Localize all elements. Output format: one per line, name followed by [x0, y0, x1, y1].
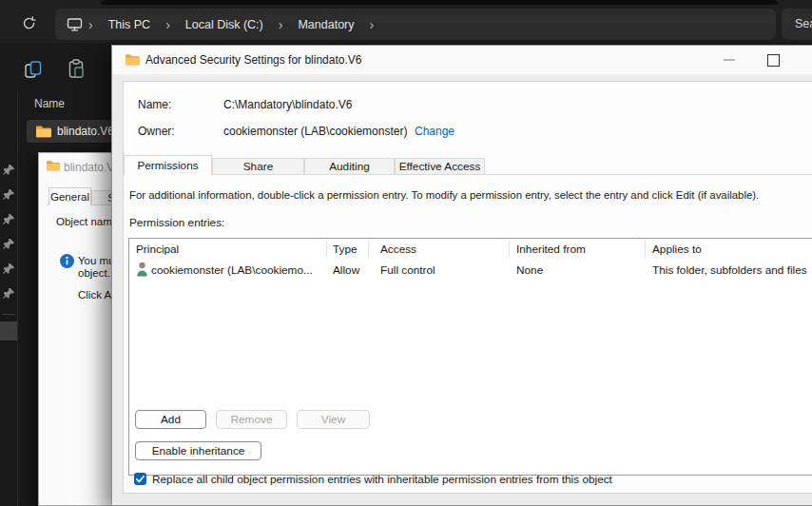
permission-entries-label: Permission entries:	[129, 216, 224, 229]
owner-label: Owner:	[138, 125, 175, 138]
dialog-content-panel: Name: C:\Mandatory\blindato.V6 Owner: co…	[123, 81, 812, 494]
this-pc-icon[interactable]	[55, 17, 83, 32]
cell-inherited-from: None	[516, 263, 543, 277]
name-value: C:\Mandatory\blindato.V6	[223, 98, 352, 111]
explorer-tab-strip	[101, 0, 778, 5]
user-icon	[136, 262, 148, 277]
permission-entries-table: Principal Type Access Inherited from App…	[128, 238, 812, 476]
sidebar-divider	[2, 314, 15, 315]
description-text: For additional information, double-click…	[129, 189, 812, 201]
tab-share[interactable]: Share	[212, 158, 304, 175]
screen: › This PC › Local Disk (C:) › Mandatory …	[0, 0, 812, 506]
tab-general[interactable]: General	[48, 187, 91, 205]
col-header-access[interactable]: Access	[380, 243, 416, 256]
breadcrumb-chevron[interactable]: ›	[160, 18, 176, 31]
search-input[interactable]: Sea	[782, 9, 812, 40]
breadcrumb: › This PC › Local Disk (C:) › Mandatory …	[55, 9, 776, 40]
copy-icon-glyph	[24, 60, 43, 81]
col-header-inherited-from[interactable]: Inherited from	[516, 243, 586, 256]
breadcrumb-chevron[interactable]: ›	[83, 18, 99, 31]
breadcrumb-this-pc[interactable]: This PC	[99, 18, 160, 31]
monitor-icon	[67, 17, 83, 32]
enable-inheritance-button[interactable]: Enable inheritance	[135, 441, 261, 460]
properties-dialog-title: blindato.V	[64, 161, 114, 174]
folder-icon	[46, 160, 60, 171]
dialog-title: Advanced Security Settings for blindato.…	[145, 53, 361, 67]
info-text-line2: object.	[78, 267, 110, 279]
remove-button[interactable]: Remove	[216, 410, 287, 429]
pin-icon[interactable]	[3, 164, 15, 176]
object-name-label: Object name	[56, 216, 118, 227]
cell-applies-to: This folder, subfolders and files	[652, 263, 807, 277]
column-divider[interactable]	[368, 241, 369, 258]
paste-icon[interactable]	[68, 59, 87, 80]
advanced-security-dialog: Advanced Security Settings for blindato.…	[111, 45, 812, 506]
info-icon	[60, 254, 74, 268]
pin-icon[interactable]	[3, 287, 15, 300]
breadcrumb-local-disk-c[interactable]: Local Disk (C:)	[176, 18, 273, 31]
pin-icon[interactable]	[3, 188, 15, 201]
pin-icon[interactable]	[3, 213, 15, 225]
cell-principal: cookiemonster (LAB\cookiemo...	[151, 263, 313, 277]
pin-icon[interactable]	[3, 238, 15, 250]
column-header-name[interactable]: Name	[34, 97, 65, 110]
replace-child-permissions-label[interactable]: Replace all child object permission entr…	[152, 473, 612, 486]
refresh-icon-glyph	[22, 16, 36, 30]
file-name: blindato.V6	[51, 125, 114, 138]
pin-icon[interactable]	[3, 263, 15, 275]
col-header-principal[interactable]: Principal	[136, 243, 179, 256]
cell-access: Full control	[380, 263, 435, 277]
folder-icon	[125, 53, 140, 66]
minimize-button[interactable]	[707, 46, 751, 74]
tab-auditing[interactable]: Auditing	[304, 158, 395, 175]
breadcrumb-chevron[interactable]: ›	[273, 18, 289, 31]
breadcrumb-mandatory[interactable]: Mandatory	[288, 18, 363, 31]
minimize-icon	[724, 59, 735, 61]
maximize-button[interactable]	[751, 46, 795, 74]
column-divider[interactable]	[326, 241, 327, 258]
cell-type: Allow	[333, 263, 359, 277]
folder-icon	[27, 125, 51, 138]
sidebar-selected-item[interactable]	[0, 321, 17, 341]
tab-permissions[interactable]: Permissions	[124, 155, 212, 175]
replace-child-permissions-checkbox[interactable]	[134, 473, 146, 485]
maximize-icon	[767, 54, 780, 67]
owner-value: cookiemonster (LAB\cookiemonster)	[223, 125, 407, 138]
name-label: Name:	[138, 98, 171, 111]
checkmark-icon	[134, 473, 146, 485]
tab-effective-access[interactable]: Effective Access	[395, 158, 485, 175]
add-button[interactable]: Add	[135, 410, 206, 429]
sidebar-splitter[interactable]	[17, 90, 18, 506]
breadcrumb-chevron[interactable]: ›	[364, 18, 380, 31]
column-divider[interactable]	[645, 241, 646, 258]
col-header-applies-to[interactable]: Applies to	[652, 243, 702, 256]
refresh-icon[interactable]	[22, 16, 36, 30]
change-owner-link[interactable]: Change	[415, 125, 454, 138]
column-divider[interactable]	[509, 241, 510, 258]
paste-icon-glyph	[68, 59, 87, 80]
view-button[interactable]: View	[297, 410, 370, 429]
col-header-type[interactable]: Type	[333, 243, 358, 256]
copy-icon[interactable]	[24, 60, 43, 81]
